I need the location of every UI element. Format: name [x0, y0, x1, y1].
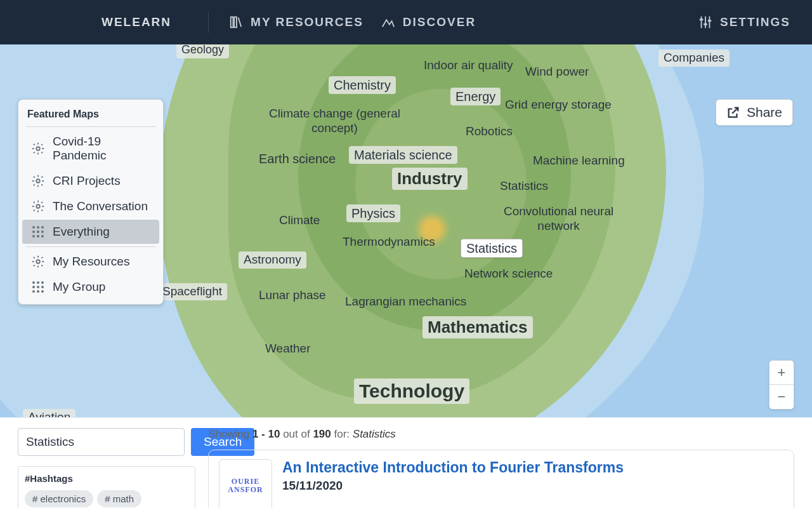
hashtags-filter-box: #Hashtags # electronics# math	[18, 466, 195, 508]
books-icon	[229, 15, 243, 29]
featured-map-item[interactable]: The Conversation	[22, 194, 159, 218]
map-topic-label[interactable]: Robotics	[461, 123, 518, 140]
map-topic-label[interactable]: Energy	[450, 88, 501, 105]
zoom-controls: + −	[769, 360, 794, 410]
map-topic-label[interactable]: Machine learning	[528, 152, 630, 170]
svg-rect-1	[234, 17, 237, 28]
map-topic-label[interactable]: Lunar phase	[254, 287, 331, 304]
featured-map-item[interactable]: Covid-19 Pandemic	[22, 130, 159, 168]
featured-map-item[interactable]: Everything	[22, 220, 159, 244]
mountain-icon	[381, 15, 395, 29]
brand-logo[interactable]: WELEARN	[102, 15, 171, 29]
map-topic-label[interactable]: Materials science	[349, 146, 457, 164]
panel-title: Featured Maps	[18, 105, 163, 126]
svg-point-9	[36, 147, 40, 150]
nav-separator	[208, 11, 209, 33]
grid-icon	[31, 225, 45, 239]
zoom-in-button[interactable]: +	[769, 361, 794, 385]
map-topic-label[interactable]: Thermodynamics	[337, 234, 440, 251]
map-topic-label[interactable]: Convolutional neural network	[499, 203, 619, 235]
featured-map-label: CRI Projects	[53, 174, 121, 188]
featured-map-label: Everything	[53, 225, 110, 239]
grid-icon	[31, 280, 45, 294]
map-topic-label[interactable]: Wind power	[520, 64, 594, 81]
gear-icon	[31, 142, 45, 156]
svg-rect-3	[701, 17, 702, 28]
featured-map-item[interactable]: My Resources	[22, 250, 159, 274]
result-title[interactable]: An Interactive Introduction to Fourier T…	[282, 459, 624, 476]
svg-point-11	[36, 204, 40, 208]
map-topic-label[interactable]: Technology	[354, 378, 469, 404]
map-topic-label[interactable]: Geology	[176, 44, 229, 58]
map-topic-label[interactable]: Chemistry	[329, 76, 396, 94]
map-topic-label[interactable]: Network science	[459, 265, 558, 283]
share-button[interactable]: Share	[716, 99, 793, 126]
top-navbar: WELEARN MY RESOURCES DISCOVER SETTINGS	[0, 0, 812, 44]
nav-discover[interactable]: DISCOVER	[381, 15, 476, 29]
map-topic-label[interactable]: Statistics	[495, 178, 553, 195]
featured-maps-panel: Featured Maps Covid-19 PandemicCRI Proje…	[18, 99, 164, 305]
map-topic-label[interactable]: Weather	[260, 340, 315, 358]
map-topic-label[interactable]: Lagrangian mechanics	[340, 293, 471, 311]
share-icon	[726, 105, 740, 119]
svg-rect-7	[704, 23, 707, 25]
svg-point-12	[36, 260, 40, 264]
search-input[interactable]	[18, 428, 185, 456]
map-topic-label[interactable]: Climate	[274, 212, 325, 229]
featured-map-label: Covid-19 Pandemic	[53, 135, 150, 163]
sliders-icon	[698, 15, 712, 29]
svg-point-10	[36, 179, 40, 183]
map-topic-label[interactable]: Astronomy	[239, 251, 306, 269]
nav-settings[interactable]: SETTINGS	[698, 15, 790, 29]
zoom-out-button[interactable]: −	[769, 385, 794, 409]
svg-rect-6	[700, 19, 704, 21]
hashtag-chip[interactable]: # math	[97, 490, 141, 507]
hashtags-title: #Hashtags	[25, 473, 188, 484]
knowledge-map[interactable]: GeologyIndoor air qualityWind powerCompa…	[0, 44, 812, 417]
nav-my-resources[interactable]: MY RESOURCES	[229, 15, 363, 29]
search-results-area: Search #Hashtags # electronics# math Sho…	[0, 417, 812, 508]
results-summary: Showing 1 - 10 out of 190 for: Statistic…	[208, 428, 794, 441]
map-topic-label[interactable]: Mathematics	[422, 316, 533, 338]
hashtag-chip[interactable]: # electronics	[25, 490, 93, 507]
svg-rect-8	[708, 20, 712, 22]
result-card[interactable]: OURIE ANSFOR An Interactive Introduction…	[208, 450, 794, 508]
featured-map-label: My Group	[53, 280, 105, 294]
svg-rect-4	[705, 17, 706, 28]
result-thumbnail: OURIE ANSFOR	[219, 459, 272, 508]
featured-map-item[interactable]: My Group	[22, 275, 159, 299]
map-topic-label[interactable]: Physics	[346, 204, 400, 222]
featured-map-item[interactable]: CRI Projects	[22, 169, 159, 193]
svg-rect-5	[709, 17, 710, 28]
map-topic-label[interactable]: Spaceflight	[157, 283, 227, 300]
gear-icon	[31, 255, 45, 269]
result-date: 15/11/2020	[282, 479, 624, 493]
svg-line-2	[239, 18, 242, 27]
map-topic-label[interactable]: Grid energy storage	[500, 97, 617, 114]
map-topic-label[interactable]: Companies	[658, 50, 730, 67]
gear-icon	[31, 174, 45, 188]
map-topic-label[interactable]: Industry	[392, 168, 468, 190]
map-topic-label[interactable]: Statistics	[461, 239, 523, 258]
map-topic-label[interactable]: Earth science	[254, 150, 341, 168]
map-topic-label[interactable]: Indoor air quality	[419, 57, 518, 74]
map-topic-label[interactable]: Climate change (general concept)	[264, 105, 405, 137]
svg-rect-0	[231, 17, 233, 28]
map-topic-label[interactable]: Aviation	[23, 409, 75, 417]
featured-map-label: The Conversation	[53, 199, 148, 213]
featured-map-label: My Resources	[53, 255, 129, 269]
gear-icon	[31, 199, 45, 213]
